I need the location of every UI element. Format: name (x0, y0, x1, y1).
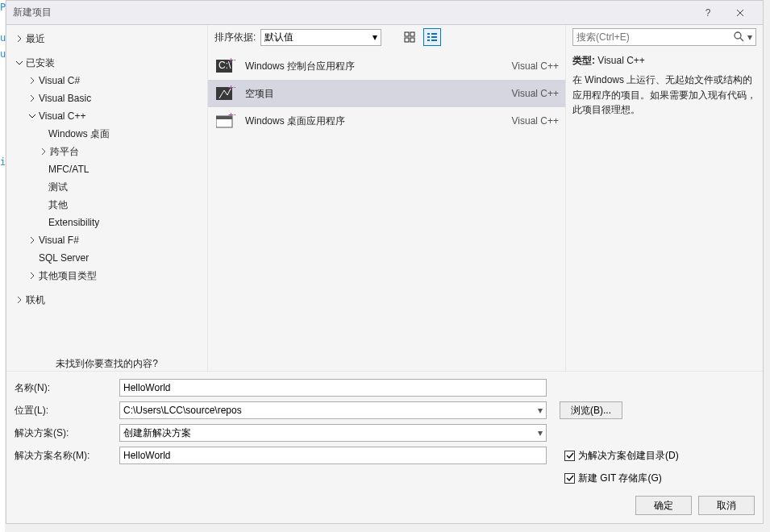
tree-label: Visual F# (39, 235, 79, 246)
tree-other-types[interactable]: 其他项目类型 (6, 267, 207, 285)
svg-line-19 (740, 38, 743, 41)
template-lang: Visual C++ (512, 115, 559, 127)
template-name: 空项目 (245, 87, 512, 101)
solution-value: 创建新解决方案 (123, 426, 191, 440)
close-button[interactable] (724, 2, 756, 24)
svg-rect-8 (427, 39, 430, 41)
svg-rect-1 (410, 32, 414, 36)
chevron-down-icon: ▾ (538, 427, 543, 438)
tree-sqlserver[interactable]: SQL Server (6, 249, 207, 267)
grid-icon (404, 31, 415, 43)
solution-label: 解决方案(S): (15, 426, 119, 440)
sort-label: 排序依据: (214, 31, 256, 44)
name-label: 名称(N): (15, 381, 119, 395)
list-icon (427, 31, 438, 43)
missing-prompt: 未找到你要查找的内容? (6, 357, 207, 371)
new-project-dialog: 新建项目 ? 最近 已安装 Visual C# Visual Basic (6, 0, 764, 524)
template-pane: 排序依据: 默认值 ▾ C:\++ Windows 控制 (208, 25, 566, 371)
tree-label: 其他 (48, 198, 68, 212)
tree-crossplat[interactable]: 跨平台 (6, 143, 207, 160)
svg-rect-6 (427, 36, 430, 38)
description-pane: ▾ 类型: Visual C++ 在 Windows 上运行、无起始文件或结构的… (566, 25, 763, 371)
git-label: 新建 GIT 存储库(G) (578, 472, 662, 485)
svg-rect-9 (431, 39, 437, 41)
description-text: 在 Windows 上运行、无起始文件或结构的应用程序的项目。如果需要加入现有代… (572, 73, 756, 118)
view-medium-icons-button[interactable] (401, 28, 418, 46)
type-line: 类型: Visual C++ (572, 54, 756, 68)
browse-button[interactable]: 浏览(B)... (560, 401, 622, 419)
tree-test[interactable]: 测试 (6, 178, 207, 196)
project-name-input[interactable] (119, 379, 547, 397)
chevron-right-icon (15, 34, 24, 44)
tree-vcpp[interactable]: Visual C++ (6, 107, 207, 125)
chevron-right-icon (27, 94, 37, 103)
tree-label: 最近 (26, 32, 45, 46)
template-row-empty[interactable]: ++ 空项目 Visual C++ (208, 80, 565, 107)
template-row-desktop[interactable]: ++ Windows 桌面应用程序 Visual C++ (208, 107, 565, 135)
solution-name-input[interactable] (119, 447, 547, 464)
tree-installed[interactable]: 已安装 (6, 54, 207, 72)
svg-rect-3 (410, 38, 414, 42)
titlebar: 新建项目 ? (6, 1, 763, 25)
chevron-down-icon: ▾ (373, 31, 377, 43)
tree-mfcatl[interactable]: MFC/ATL (6, 160, 207, 178)
empty-project-icon: ++ (214, 84, 237, 103)
git-checkbox[interactable] (564, 473, 575, 484)
chevron-down-icon: ▾ (747, 31, 752, 43)
check-icon (566, 451, 574, 459)
svg-text:++: ++ (228, 113, 235, 121)
svg-rect-7 (431, 36, 437, 38)
sort-combo[interactable]: 默认值 ▾ (260, 29, 381, 46)
location-value: C:\Users\LCC\source\repos (123, 405, 242, 416)
tree-other-sub[interactable]: 其他 (6, 196, 207, 214)
svg-rect-0 (405, 32, 409, 36)
template-name: Windows 桌面应用程序 (245, 114, 512, 128)
desktop-app-icon: ++ (214, 111, 237, 131)
template-lang: Visual C++ (512, 60, 559, 72)
tree-label: Visual C++ (39, 110, 85, 122)
tree-online[interactable]: 联机 (6, 291, 207, 309)
tree-vb[interactable]: Visual Basic (6, 89, 207, 107)
location-label: 位置(L): (15, 404, 119, 418)
ok-button[interactable]: 确定 (635, 496, 692, 515)
search-input[interactable] (576, 31, 733, 43)
svg-rect-4 (427, 33, 430, 35)
type-label: 类型: (572, 55, 595, 66)
close-icon (736, 9, 744, 17)
svg-text:++: ++ (228, 58, 235, 66)
tree-win-desktop[interactable]: Windows 桌面 (6, 125, 207, 143)
check-icon (566, 474, 574, 482)
cancel-button[interactable]: 取消 (698, 496, 755, 515)
tree-label: Extensibility (48, 217, 99, 228)
tree-label: Visual C# (39, 75, 80, 86)
tree-csharp[interactable]: Visual C# (6, 72, 207, 89)
create-dir-checkbox[interactable] (564, 451, 575, 461)
type-value: Visual C++ (597, 55, 644, 66)
tree-label: SQL Server (39, 252, 89, 264)
svg-text:++: ++ (228, 85, 235, 94)
tree-label: 联机 (26, 293, 45, 307)
category-tree: 最近 已安装 Visual C# Visual Basic Visual C++… (6, 25, 208, 371)
chevron-right-icon (15, 295, 24, 305)
chevron-right-icon (39, 147, 48, 156)
template-row-console[interactable]: C:\++ Windows 控制台应用程序 Visual C++ (208, 52, 565, 80)
svg-rect-2 (405, 38, 409, 42)
tree-recent[interactable]: 最近 (6, 30, 207, 48)
tree-label: Windows 桌面 (48, 127, 110, 141)
chevron-right-icon (27, 235, 37, 245)
tree-fsharp[interactable]: Visual F# (6, 231, 207, 249)
search-icon (733, 31, 744, 44)
search-box[interactable]: ▾ (572, 28, 756, 46)
help-button[interactable]: ? (692, 2, 724, 24)
form-area: 名称(N): 位置(L): C:\Users\LCC\source\repos … (6, 371, 763, 523)
chevron-down-icon: ▾ (538, 405, 543, 416)
solution-combo[interactable]: 创建新解决方案 ▾ (119, 424, 547, 442)
tree-label: 跨平台 (50, 145, 79, 159)
tree-label: MFC/ATL (48, 164, 89, 175)
template-name: Windows 控制台应用程序 (245, 60, 512, 73)
tree-extensibility[interactable]: Extensibility (6, 214, 207, 231)
view-small-icons-button[interactable] (423, 28, 441, 46)
tree-label: 测试 (48, 181, 68, 194)
sort-value: 默认值 (264, 31, 293, 44)
location-combo[interactable]: C:\Users\LCC\source\repos ▾ (119, 401, 547, 419)
